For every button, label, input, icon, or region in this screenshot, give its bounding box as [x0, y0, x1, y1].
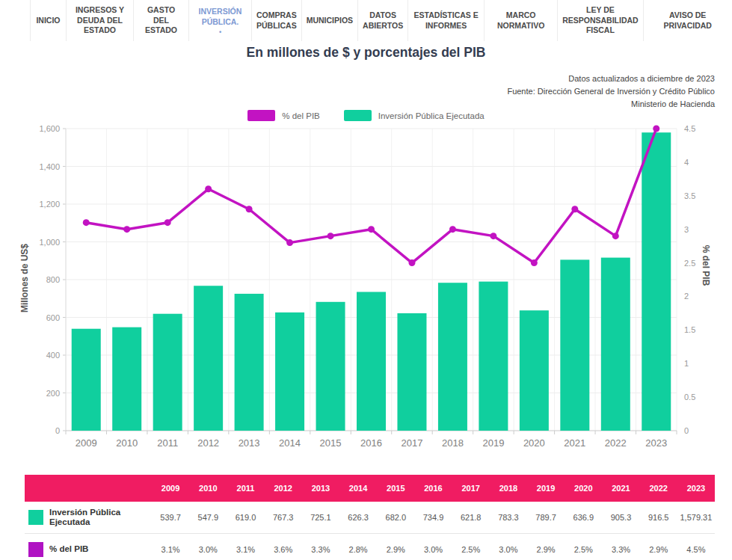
- table-header-year-2022: 2022: [640, 484, 677, 493]
- bar-2009[interactable]: [72, 329, 101, 431]
- nav-item-inicio[interactable]: INICIO•: [30, 0, 66, 41]
- nav-item-marco-normativo[interactable]: MARCO NORMATIVO•: [484, 0, 557, 41]
- nav-item-ingresos-y-deuda-del-estado[interactable]: INGRESOS Y DEUDA DEL ESTADO•: [66, 0, 133, 41]
- table-cell-2023: 4.5%: [677, 545, 715, 554]
- bar-2020[interactable]: [520, 310, 549, 431]
- bar-2023[interactable]: [642, 132, 671, 431]
- bar-2022[interactable]: [601, 258, 630, 431]
- nav-item-datos-abiertos[interactable]: DATOS ABIERTOS•: [357, 0, 407, 41]
- nav-item-label: COMPRAS PÚBLICAS: [256, 10, 297, 31]
- svg-text:2.5: 2.5: [684, 259, 695, 268]
- table-header-year-2011: 2011: [227, 484, 264, 493]
- svg-text:2: 2: [684, 292, 689, 301]
- nav-item-label: INVERSIÓN PÚBLICA.: [194, 7, 247, 27]
- x-axis-ticks: [66, 431, 677, 434]
- point-2019[interactable]: [490, 233, 496, 239]
- svg-text:1,400: 1,400: [39, 162, 60, 171]
- table-header-year-2018: 2018: [490, 484, 527, 493]
- point-2018[interactable]: [449, 226, 456, 233]
- bar-2012[interactable]: [194, 286, 223, 431]
- svg-text:2018: 2018: [442, 437, 464, 449]
- svg-text:1: 1: [684, 359, 689, 368]
- point-2020[interactable]: [531, 259, 538, 266]
- table-row-del-pib: % del PIB3.1%3.0%3.1%3.6%3.3%2.8%2.9%3.0…: [25, 533, 715, 560]
- table-cell-2018: 3.0%: [490, 545, 527, 554]
- table-cell-2015: 682.0: [377, 513, 414, 522]
- nav-item-label: INICIO: [36, 16, 60, 26]
- svg-text:2017: 2017: [402, 437, 423, 449]
- bar-2018[interactable]: [438, 283, 467, 431]
- left-axis-ticks: 02004006008001,0001,2001,4001,600: [39, 124, 66, 435]
- nav-item-label: AVISO DE PRIVACIDAD: [648, 10, 728, 31]
- svg-text:2016: 2016: [360, 437, 382, 449]
- point-2016[interactable]: [368, 226, 375, 233]
- nav-item-label: MUNICIPIOS: [307, 16, 353, 26]
- point-2012[interactable]: [205, 185, 212, 192]
- top-navigation: INICIO•INGRESOS Y DEUDA DEL ESTADO•GASTO…: [30, 0, 732, 41]
- point-2011[interactable]: [164, 219, 171, 226]
- table-header-year-2014: 2014: [339, 484, 377, 493]
- table-cell-2012: 3.6%: [265, 545, 302, 554]
- table-cell-2019: 789.7: [527, 513, 565, 522]
- svg-text:2011: 2011: [157, 437, 178, 449]
- table-header-year-2012: 2012: [265, 484, 302, 493]
- series-label: % del PIB: [49, 544, 88, 554]
- point-2009[interactable]: [83, 219, 90, 226]
- bar-2013[interactable]: [235, 294, 264, 431]
- svg-text:0.5: 0.5: [684, 393, 695, 401]
- point-2023[interactable]: [653, 126, 659, 132]
- table-cell-2017: 621.8: [452, 513, 490, 522]
- svg-text:1,000: 1,000: [39, 238, 60, 247]
- table-header-year-2009: 2009: [152, 484, 189, 493]
- nav-item-estadisticas-e-informes[interactable]: ESTADÍSTICAS E INFORMES•: [407, 0, 484, 41]
- point-2015[interactable]: [327, 233, 334, 239]
- table-row-label-cell: % del PIB: [25, 542, 152, 557]
- bar-2017[interactable]: [397, 313, 426, 431]
- bar-2010[interactable]: [112, 327, 141, 431]
- nav-item-ley-de-responsabilidad-fiscal[interactable]: LEY DE RESPONSABILIDAD FISCAL•: [557, 0, 643, 41]
- bar-2019[interactable]: [479, 282, 508, 431]
- line-series-pib: [86, 129, 656, 263]
- table-cell-2019: 2.9%: [527, 545, 565, 554]
- table-header-year-2013: 2013: [302, 484, 339, 493]
- table-header-year-2010: 2010: [189, 484, 227, 493]
- nav-item-municipios[interactable]: MUNICIPIOS•: [301, 0, 357, 41]
- table-header-year-2021: 2021: [602, 484, 639, 493]
- nav-item-inversion-publica[interactable]: INVERSIÓN PÚBLICA.•: [188, 0, 251, 41]
- nav-item-label: MARCO NORMATIVO: [489, 10, 553, 31]
- bar-2016[interactable]: [357, 292, 386, 431]
- nav-item-gasto-del-estado[interactable]: GASTO DEL ESTADO•: [133, 0, 188, 41]
- table-header-row: 2009201020112012201320142015201620172018…: [25, 475, 715, 502]
- svg-text:1,200: 1,200: [39, 200, 60, 209]
- source-line-updated: Datos actualizados a diciembre de 2023: [507, 73, 715, 85]
- point-2013[interactable]: [246, 206, 253, 212]
- nav-item-aviso-de-privacidad[interactable]: AVISO DE PRIVACIDAD•: [643, 0, 732, 41]
- line-markers-pib: [83, 126, 660, 267]
- table-cell-2010: 547.9: [189, 513, 227, 522]
- bar-2011[interactable]: [153, 314, 182, 431]
- table-cell-2013: 725.1: [302, 513, 339, 522]
- table-cell-2010: 3.0%: [189, 545, 227, 554]
- nav-item-label: LEY DE RESPONSABILIDAD FISCAL: [562, 5, 639, 36]
- table-cell-2009: 539.7: [152, 513, 189, 522]
- bar-2014[interactable]: [275, 313, 304, 431]
- table-cell-2015: 2.9%: [377, 545, 414, 554]
- nav-item-label: GASTO DEL ESTADO: [138, 5, 184, 36]
- svg-text:2013: 2013: [239, 437, 260, 449]
- svg-text:2021: 2021: [564, 437, 585, 449]
- nav-item-label: ESTADÍSTICAS E INFORMES: [413, 10, 479, 31]
- point-2022[interactable]: [612, 233, 619, 239]
- bar-2021[interactable]: [560, 259, 589, 431]
- nav-item-compras-publicas[interactable]: COMPRAS PÚBLICAS•: [251, 0, 301, 41]
- table-cell-2023: 1,579.31: [677, 513, 715, 522]
- nav-item-label: INGRESOS Y DEUDA DEL ESTADO: [71, 5, 129, 36]
- series-swatch-icon: [28, 510, 43, 525]
- point-2021[interactable]: [571, 206, 578, 212]
- point-2010[interactable]: [123, 226, 130, 233]
- svg-text:2012: 2012: [197, 437, 219, 449]
- table-cell-2021: 3.3%: [602, 545, 639, 554]
- series-swatch-icon: [28, 542, 43, 557]
- point-2017[interactable]: [408, 259, 415, 266]
- bar-2015[interactable]: [316, 302, 345, 431]
- point-2014[interactable]: [286, 239, 293, 246]
